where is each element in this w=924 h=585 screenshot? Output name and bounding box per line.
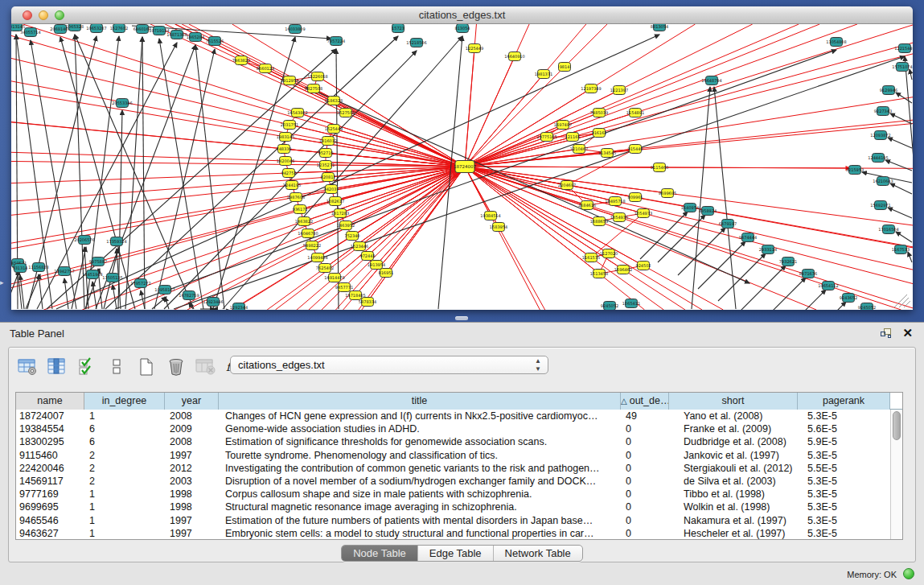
table-scrollbar-thumb[interactable] <box>893 411 901 440</box>
graph-node[interactable]: 17359324 <box>106 237 126 246</box>
graph-node[interactable]: 11054808 <box>826 38 846 47</box>
graph-node[interactable]: 1523446 <box>351 242 368 251</box>
graph-node[interactable]: 1134545 <box>598 149 616 158</box>
graph-node[interactable]: 924502 <box>635 262 651 270</box>
graph-node[interactable]: 9227343 <box>874 107 892 116</box>
graph-node[interactable]: 1465284 <box>187 33 204 42</box>
graph-node[interactable]: 1513458 <box>590 270 608 278</box>
column-header-year[interactable]: year <box>165 393 219 410</box>
graph-node[interactable]: 13942757 <box>54 267 74 276</box>
graph-node[interactable]: 9975887 <box>89 257 107 266</box>
table-row[interactable]: 977716911998Corpus callosum shape and si… <box>16 488 902 501</box>
graph-node[interactable]: 15226058 <box>307 72 327 81</box>
graph-node[interactable]: 16648794 <box>701 76 721 85</box>
graph-node[interactable]: 1688659 <box>590 217 608 226</box>
table-row[interactable]: 1938455462009Genome-wide association stu… <box>16 422 902 435</box>
graph-node[interactable]: 7463822 <box>232 56 250 65</box>
citation-network-graph[interactable]: 9313145340557142069140610653281065328715… <box>11 24 913 310</box>
graph-node[interactable]: 816951 <box>378 269 393 278</box>
graph-node[interactable]: 13505135 <box>102 274 122 282</box>
column-header-name[interactable]: name <box>16 393 84 410</box>
graph-node[interactable]: 7615526 <box>206 37 224 46</box>
graph-node[interactable]: 18724007 <box>454 161 476 173</box>
graph-node[interactable]: 942037 <box>323 185 339 194</box>
graph-node[interactable]: 752340 <box>344 232 359 241</box>
graph-node[interactable]: 1527602 <box>110 24 128 33</box>
graph-node[interactable]: 9245052 <box>858 303 876 311</box>
tab-edge-table[interactable]: Edge Table <box>418 546 494 561</box>
graph-node[interactable]: 1221397 <box>610 86 628 95</box>
graph-node[interactable]: 7485039 <box>590 109 608 117</box>
graph-node[interactable]: 1684616 <box>578 201 596 210</box>
graph-node[interactable]: 813054 <box>454 24 470 33</box>
table-settings-icon[interactable] <box>17 356 38 377</box>
column-header-pagerank[interactable]: pagerank <box>798 393 890 410</box>
delete-rows-icon[interactable] <box>166 356 187 377</box>
table-scrollbar[interactable] <box>890 410 902 539</box>
graph-node[interactable]: 15692971 <box>870 201 890 210</box>
graph-node[interactable]: 1463952 <box>337 221 355 230</box>
graph-node[interactable]: 10958107 <box>154 286 175 295</box>
table-row[interactable]: 1872400712008Changes of HCN gene express… <box>16 410 902 422</box>
graph-node[interactable]: 915449 <box>627 145 643 154</box>
graph-node[interactable]: 1696462 <box>614 266 632 274</box>
graph-node[interactable]: 1317283 <box>331 209 349 218</box>
graph-node[interactable]: 9457771 <box>335 283 353 292</box>
graph-node[interactable]: 11156828 <box>28 263 48 272</box>
graph-node[interactable]: 1054973 <box>634 209 652 218</box>
graph-node[interactable]: 14099484 <box>307 253 327 262</box>
graph-node[interactable]: 1583954 <box>490 223 507 232</box>
graph-node[interactable]: 2204697 <box>558 181 576 190</box>
graph-node[interactable]: 1244195 <box>283 181 301 190</box>
graph-node[interactable]: 20553346 <box>112 99 132 108</box>
resize-grip-icon[interactable] <box>899 298 909 307</box>
graph-node[interactable]: 16033809 <box>285 25 305 34</box>
graph-node[interactable]: 1316012 <box>319 137 337 146</box>
graph-node[interactable]: 1420046 <box>277 157 294 166</box>
graph-node[interactable]: 809965 <box>627 193 643 202</box>
tab-node-table[interactable]: Node Table <box>342 546 418 561</box>
graph-node[interactable]: 2933114 <box>759 245 777 254</box>
pane-collapse-icon[interactable]: ▸ <box>0 278 8 287</box>
graph-node[interactable]: 1981371 <box>535 70 552 79</box>
tab-network-table[interactable]: Network Table <box>494 546 582 561</box>
graph-node[interactable]: 7932621 <box>779 257 797 266</box>
graph-node[interactable]: 16914479 <box>324 274 344 282</box>
graph-node[interactable]: 1527508 <box>337 109 355 117</box>
graph-node[interactable]: 8186328 <box>325 97 343 105</box>
graph-node[interactable]: 11451944 <box>82 270 102 279</box>
graph-node[interactable]: 16782759 <box>179 291 199 300</box>
splitter-grip[interactable] <box>455 316 468 320</box>
graph-node[interactable]: 34055714 <box>20 28 40 37</box>
graph-node[interactable]: 1127020 <box>600 249 618 258</box>
graph-node[interactable]: 1525449 <box>325 125 343 134</box>
graph-node[interactable]: 9115460 <box>651 163 668 172</box>
delete-table-icon[interactable] <box>195 356 216 377</box>
column-header-title[interactable]: title <box>219 393 621 410</box>
graph-node[interactable]: 9827508 <box>305 84 322 93</box>
table-row[interactable]: 1830029562008Estimation of significance … <box>16 435 902 448</box>
graph-node[interactable]: 942757 <box>281 169 296 178</box>
graph-node[interactable]: 20206576 <box>74 236 94 245</box>
column-header-out_de[interactable]: △out_de… <box>621 393 669 410</box>
graph-node[interactable]: 5912954 <box>281 76 298 85</box>
graph-node[interactable]: 19384554 <box>480 212 500 220</box>
graph-node[interactable]: 1235271 <box>317 161 335 170</box>
graph-node[interactable]: 9129946 <box>880 86 897 95</box>
graph-node[interactable]: 12093872 <box>870 131 890 140</box>
row-height-icon[interactable] <box>106 356 127 377</box>
graph-node[interactable]: 820817 <box>320 173 335 182</box>
float-panel-icon[interactable] <box>881 328 892 339</box>
graph-node[interactable]: 15218506 <box>406 39 426 47</box>
graph-node[interactable]: 1697487 <box>554 121 572 130</box>
table-row[interactable]: 2242004622012Investigating the contribut… <box>16 462 902 475</box>
graph-node[interactable]: 1463822 <box>295 217 313 226</box>
graph-node[interactable]: 1082617 <box>326 197 344 206</box>
graph-node[interactable]: 9699695 <box>659 189 676 198</box>
graph-node[interactable]: 1167533 <box>892 245 910 254</box>
table-row[interactable]: 1456911722003Disruption of a novel membe… <box>16 475 902 488</box>
graph-node[interactable]: 16871388 <box>166 31 187 39</box>
graph-node[interactable]: 1640954 <box>681 204 699 212</box>
graph-node[interactable]: 2031751 <box>281 121 298 130</box>
memory-status-icon[interactable] <box>903 568 914 579</box>
